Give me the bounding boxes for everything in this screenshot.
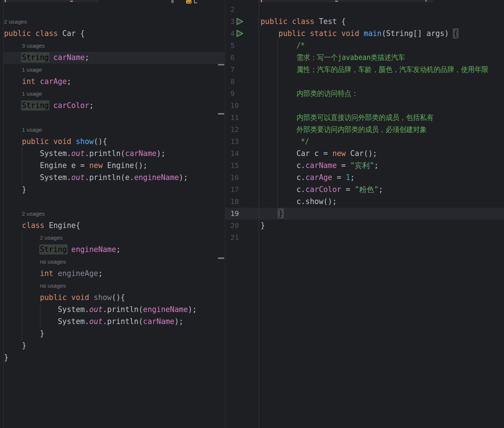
usage-count-label[interactable]: 1 usage — [22, 124, 42, 136]
usage-count-label[interactable]: no usages — [40, 256, 66, 268]
token: Test { — [319, 17, 346, 26]
code-line[interactable]: System.out.println(carName); — [0, 316, 225, 328]
code-text: } — [261, 220, 265, 232]
token: ; — [116, 245, 121, 254]
code-text: 内部类的访问特点： — [297, 88, 364, 100]
code-line[interactable]: int engineAge; — [0, 268, 225, 280]
token: c.show(); — [297, 197, 337, 206]
code-text: c.show(); — [297, 196, 337, 208]
code-text: /* — [297, 40, 306, 52]
gutter-row: 17 — [225, 184, 259, 196]
code-line[interactable]: 属性；汽车的品牌，车龄，颜色，汽车发动机的品牌，使用年限 — [225, 64, 504, 76]
code-line[interactable]: } — [225, 208, 504, 220]
code-line[interactable]: String carColor; — [0, 100, 225, 112]
token: c. — [297, 173, 306, 182]
cutoff-glyph — [425, 0, 427, 1]
editor-area: 2 usagespublic class Car {3 usagesString… — [0, 0, 504, 428]
token: carName — [53, 53, 85, 62]
code-text: 内部类可以直接访问外部类的成员，包括私有 — [297, 112, 445, 124]
token: } — [261, 221, 265, 230]
code-line[interactable]: System.out.println(e.engineName); — [0, 172, 225, 184]
code-line[interactable]: public void show(){ — [0, 136, 225, 148]
usage-count-label[interactable]: no usages — [40, 280, 66, 292]
code-text: } — [278, 208, 283, 220]
code-line[interactable]: public class Test { — [225, 16, 504, 28]
cutoff-descender — [5, 0, 6, 2]
code-line[interactable]: c.show(); — [225, 196, 504, 208]
code-text: System.out.println(e.engineName); — [40, 172, 188, 184]
code-line[interactable]: 需求：写一个javabean类描述汽车 — [225, 52, 504, 64]
line-number: 4 — [230, 28, 235, 40]
usage-inlay-hint[interactable]: 2 usages — [0, 232, 225, 244]
token: ; — [67, 77, 71, 86]
code-text: class Engine{ — [22, 220, 80, 232]
code-line[interactable]: } — [0, 352, 225, 364]
usage-count-label[interactable]: 3 usages — [22, 40, 45, 52]
code-line[interactable]: public void show(){ — [0, 292, 225, 304]
code-line[interactable]: 内部类可以直接访问外部类的成员，包括私有 — [225, 112, 504, 124]
code-text: } — [4, 352, 8, 364]
code-line[interactable]: public static void main(String[] args) { — [225, 28, 504, 40]
code-line[interactable]: } — [0, 328, 225, 340]
gutter-row: 14 — [225, 148, 259, 160]
code-line[interactable]: } — [0, 184, 225, 196]
code-line[interactable]: */ — [225, 136, 504, 148]
token: String — [40, 245, 67, 254]
usage-inlay-hint[interactable]: no usages — [0, 256, 225, 268]
code-line[interactable]: c.carAge = 1; — [225, 172, 504, 184]
usage-inlay-hint[interactable]: 2 usages — [0, 16, 225, 28]
usage-count-label[interactable]: 2 usages — [22, 208, 45, 220]
code-line[interactable]: } — [225, 220, 504, 232]
usage-inlay-hint[interactable]: no usages — [0, 280, 225, 292]
code-line[interactable]: 外部类要访问内部类的成员，必须创建对象 — [225, 124, 504, 136]
usage-count-label[interactable]: 2 usages — [40, 232, 63, 244]
token: = — [341, 185, 355, 194]
code-line[interactable]: String carName; — [0, 52, 225, 64]
usage-count-label[interactable]: 2 usages — [4, 16, 27, 28]
line-number: 5 — [230, 40, 235, 52]
token: } — [22, 185, 26, 194]
usage-inlay-hint[interactable]: 1 usage — [0, 64, 225, 76]
code-line[interactable]: int carAge; — [0, 76, 225, 88]
token — [49, 101, 53, 110]
code-text: 需求：写一个javabean类描述汽车 — [297, 52, 414, 64]
usage-count-label[interactable]: 1 usage — [22, 64, 42, 76]
code-line[interactable]: /* — [225, 40, 504, 52]
token: out — [71, 173, 85, 182]
code-line[interactable]: String engineName; — [0, 244, 225, 256]
token: System. — [40, 149, 71, 158]
code-text: System.out.println(engineName); — [58, 304, 197, 316]
usage-inlay-hint[interactable]: 3 usages — [0, 40, 225, 52]
code-line[interactable]: class Engine{ — [0, 220, 225, 232]
token: { — [453, 29, 458, 38]
token: carColor — [305, 185, 341, 194]
token: ); — [179, 173, 188, 182]
code-text: Car c = new Car(); — [297, 148, 377, 160]
token: c. — [297, 161, 306, 170]
token: new — [332, 149, 350, 158]
code-line[interactable]: } — [0, 340, 225, 352]
code-line[interactable]: Car c = new Car(); — [225, 148, 504, 160]
token: "粉色" — [355, 185, 379, 194]
code-text: } — [22, 340, 26, 352]
usage-count-label[interactable]: 1 usage — [22, 88, 42, 100]
code-text: int carAge; — [22, 76, 71, 88]
code-line[interactable]: System.out.println(carName); — [0, 148, 225, 160]
token: .println(e. — [85, 173, 134, 182]
code-line[interactable]: public class Car { — [0, 28, 225, 40]
usage-inlay-hint[interactable]: 1 usage — [0, 124, 225, 136]
usage-inlay-hint[interactable]: 2 usages — [0, 208, 225, 220]
token: Engine{ — [49, 221, 80, 230]
code-line[interactable]: 内部类的访问特点： — [225, 88, 504, 100]
warning-icon-dot — [190, 2, 191, 3]
code-line[interactable]: Engine e = new Engine(); — [0, 160, 225, 172]
code-line[interactable]: System.out.println(engineName); — [0, 304, 225, 316]
line-number: 18 — [230, 196, 239, 208]
code-line[interactable]: c.carColor = "粉色"; — [225, 184, 504, 196]
gutter-row: 3 — [225, 16, 259, 28]
line-number: 13 — [230, 136, 239, 148]
usage-inlay-hint[interactable]: 1 usage — [0, 88, 225, 100]
token: ; — [89, 101, 94, 110]
token: } — [4, 353, 8, 362]
code-line[interactable]: c.carName = "宾利"; — [225, 160, 504, 172]
